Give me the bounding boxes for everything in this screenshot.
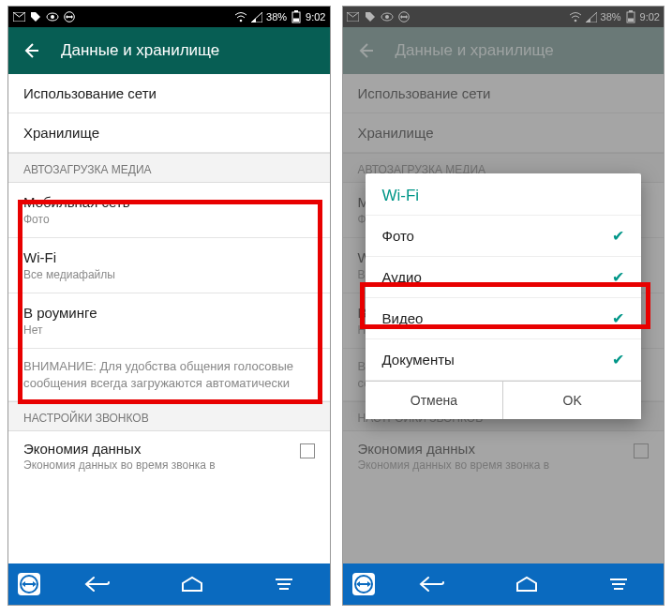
svg-point-2 bbox=[51, 15, 54, 19]
nav-home-icon[interactable] bbox=[515, 576, 539, 593]
dialog-title: Wi-Fi bbox=[366, 173, 642, 216]
nav-bar bbox=[343, 563, 665, 605]
row-roaming[interactable]: В роуминге Нет bbox=[8, 293, 330, 349]
row-mobile-data[interactable]: Мобильная сеть Фото bbox=[8, 183, 330, 238]
dialog-cancel-button[interactable]: Отмена bbox=[366, 382, 504, 419]
settings-list: Использование сети Хранилище АВТОЗАГРУЗК… bbox=[8, 74, 330, 563]
eye-icon bbox=[46, 10, 59, 23]
clock-text: 9:02 bbox=[306, 11, 325, 23]
section-autodownload: АВТОЗАГРУЗКА МЕДИА bbox=[8, 153, 330, 183]
svg-rect-7 bbox=[293, 19, 299, 23]
teamviewer-button[interactable] bbox=[343, 571, 384, 597]
action-bar: Данные и хранилище bbox=[8, 27, 330, 74]
checkbox-checked-icon[interactable]: ✔ bbox=[612, 268, 624, 286]
nav-back-icon[interactable] bbox=[419, 576, 445, 593]
dialog-ok-button[interactable]: OK bbox=[503, 382, 641, 419]
checkbox-checked-icon[interactable]: ✔ bbox=[612, 227, 624, 245]
svg-point-4 bbox=[240, 19, 243, 22]
battery-pct: 38% bbox=[266, 11, 287, 23]
section-calls: НАСТРОЙКИ ЗВОНКОВ bbox=[8, 401, 330, 431]
wifi-dialog: Wi-Fi Фото ✔ Аудио ✔ Видео ✔ Документы ✔… bbox=[366, 173, 642, 419]
signal-icon bbox=[250, 10, 263, 23]
phone-left: 38% 9:02 Данные и хранилище Использовани… bbox=[7, 6, 331, 606]
nav-bar bbox=[8, 563, 330, 605]
low-data-checkbox[interactable] bbox=[300, 443, 315, 458]
nav-recents-icon[interactable] bbox=[274, 577, 294, 592]
nav-recents-icon[interactable] bbox=[608, 577, 629, 592]
wifi-icon bbox=[234, 10, 247, 23]
row-low-data[interactable]: Экономия данных Экономия данных во время… bbox=[8, 431, 330, 472]
battery-icon bbox=[290, 10, 303, 23]
dialog-option-photo[interactable]: Фото ✔ bbox=[366, 216, 642, 257]
checkbox-checked-icon[interactable]: ✔ bbox=[612, 309, 624, 327]
back-icon[interactable] bbox=[22, 41, 40, 60]
phone-right: 38% 9:02 Данные и хранилище Использовани… bbox=[342, 6, 665, 606]
dialog-option-video[interactable]: Видео ✔ bbox=[366, 298, 642, 339]
teamviewer-icon bbox=[63, 10, 76, 23]
checkbox-checked-icon[interactable]: ✔ bbox=[612, 351, 624, 368]
teamviewer-button[interactable] bbox=[8, 571, 50, 597]
note-voice-auto: ВНИМАНИЕ: Для удобства общения голосовые… bbox=[8, 349, 330, 401]
svg-rect-6 bbox=[294, 10, 298, 12]
nav-back-icon[interactable] bbox=[84, 576, 111, 593]
page-title: Данные и хранилище bbox=[61, 41, 219, 60]
row-network-usage[interactable]: Использование сети bbox=[8, 74, 330, 113]
mail-icon bbox=[12, 10, 25, 23]
dialog-option-audio[interactable]: Аудио ✔ bbox=[366, 257, 642, 298]
tag-icon bbox=[29, 10, 42, 23]
row-storage[interactable]: Хранилище bbox=[8, 113, 330, 153]
nav-home-icon[interactable] bbox=[180, 576, 204, 593]
dialog-option-docs[interactable]: Документы ✔ bbox=[366, 339, 642, 381]
row-wifi[interactable]: Wi-Fi Все медиафайлы bbox=[8, 238, 330, 293]
status-bar: 38% 9:02 bbox=[8, 7, 330, 27]
